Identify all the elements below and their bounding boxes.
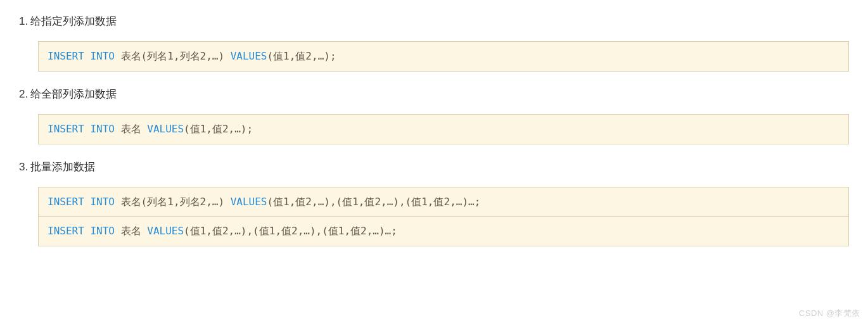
keyword: INTO: [90, 225, 115, 237]
code-group: INSERT INTO 表名(列名1,列名2,…) VALUES(值1,值2,……: [38, 41, 849, 72]
list-item: 批量添加数据 INSERT INTO 表名(列名1,列名2,…) VALUES(…: [19, 158, 849, 246]
keyword: INSERT: [48, 50, 84, 62]
keyword: INSERT: [48, 225, 84, 237]
heading-text: 给全部列添加数据: [30, 86, 117, 103]
code-block: INSERT INTO 表名 VALUES(值1,值2,…),(值1,值2,…)…: [38, 217, 849, 246]
keyword: VALUES: [231, 50, 267, 62]
code-group: INSERT INTO 表名(列名1,列名2,…) VALUES(值1,值2,……: [38, 187, 849, 246]
list-item-heading: 给指定列添加数据: [19, 13, 849, 30]
code-group: INSERT INTO 表名 VALUES(值1,值2,…);: [38, 114, 849, 144]
heading-text: 给指定列添加数据: [30, 13, 117, 30]
keyword: INSERT: [48, 196, 84, 208]
heading-text: 批量添加数据: [30, 158, 95, 175]
list-item-heading: 给全部列添加数据: [19, 86, 849, 103]
numbered-list: 给指定列添加数据 INSERT INTO 表名(列名1,列名2,…) VALUE…: [19, 13, 849, 246]
keyword: VALUES: [147, 123, 184, 135]
keyword: VALUES: [231, 196, 267, 208]
keyword: INTO: [90, 123, 115, 135]
code-block: INSERT INTO 表名 VALUES(值1,值2,…);: [38, 114, 849, 144]
code-block: INSERT INTO 表名(列名1,列名2,…) VALUES(值1,值2,……: [38, 187, 849, 217]
keyword: INTO: [90, 196, 115, 208]
keyword: INTO: [90, 50, 115, 62]
list-item: 给指定列添加数据 INSERT INTO 表名(列名1,列名2,…) VALUE…: [19, 13, 849, 72]
list-item-heading: 批量添加数据: [19, 158, 849, 175]
keyword: VALUES: [147, 225, 184, 237]
list-item: 给全部列添加数据 INSERT INTO 表名 VALUES(值1,值2,…);: [19, 86, 849, 144]
code-block: INSERT INTO 表名(列名1,列名2,…) VALUES(值1,值2,……: [38, 41, 849, 72]
keyword: INSERT: [48, 123, 84, 135]
